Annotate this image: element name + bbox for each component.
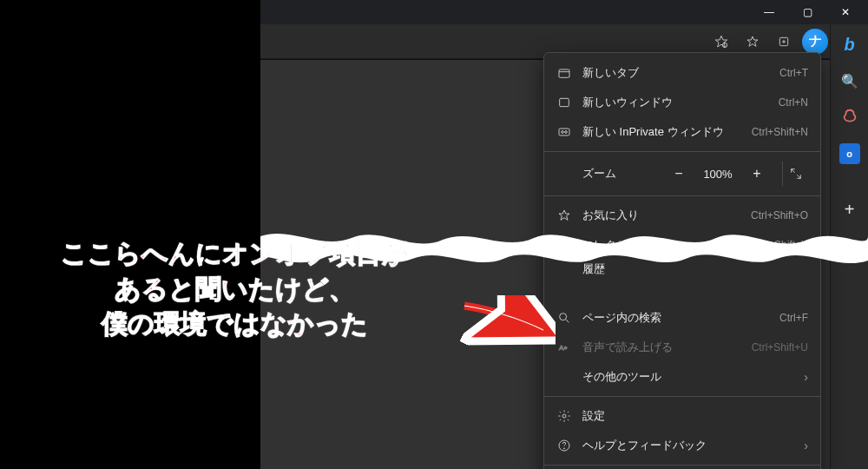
- zoom-out-button[interactable]: −: [666, 162, 692, 186]
- menu-label: コレクション: [582, 237, 741, 253]
- svg-point-11: [565, 131, 568, 134]
- menu-zoom-row: ズーム − 100% +: [544, 156, 820, 191]
- menu-label: 新しいタブ: [582, 65, 769, 81]
- collections-menu-icon: [556, 238, 572, 252]
- edge-browser-window: — ▢ ✕ ナ ··· b 🔍 o: [260, 0, 868, 469]
- svg-line-13: [797, 175, 800, 178]
- menu-shortcut: Ctrl+Shift+O: [751, 209, 808, 221]
- zoom-in-button[interactable]: +: [744, 162, 770, 186]
- menu-item-favorites[interactable]: お気に入り Ctrl+Shift+O: [544, 201, 820, 230]
- svg-rect-6: [559, 69, 569, 77]
- fullscreen-button[interactable]: [782, 162, 808, 186]
- menu-shortcut: Ctrl+Shift+U: [752, 341, 808, 353]
- svg-point-23: [563, 448, 564, 449]
- zoom-value: 100%: [699, 168, 737, 181]
- svg-point-21: [562, 414, 566, 418]
- menu-shortcut: Ctrl+Shift+Y: [752, 239, 808, 251]
- menu-label: その他のツール: [582, 369, 793, 385]
- svg-text:A»: A»: [559, 344, 568, 352]
- svg-point-10: [562, 131, 564, 134]
- menu-label: ページ内の検索: [582, 310, 769, 326]
- menu-label: お気に入り: [582, 208, 740, 223]
- close-window-button[interactable]: ✕: [828, 0, 863, 24]
- menu-separator: [544, 195, 820, 196]
- window-controls: — ▢ ✕: [260, 0, 868, 24]
- menu-item-settings[interactable]: 設定: [544, 401, 820, 431]
- copilot-sidebar-icon[interactable]: [835, 102, 865, 132]
- menu-label: 新しい InPrivate ウィンドウ: [582, 124, 741, 140]
- svg-point-18: [560, 314, 567, 320]
- menu-label: 音声で読み上げる: [582, 340, 741, 355]
- menu-label: ヘルプとフィードバック: [582, 438, 793, 453]
- annotation-text: ここらへんにオンオフ項目が あると聞いたけど、 僕の環境ではなかった: [0, 236, 469, 342]
- menu-shortcut: Ctrl+N: [779, 96, 808, 109]
- new-tab-icon: [556, 66, 572, 80]
- menu-item-read-aloud: A» 音声で読み上げる Ctrl+Shift+U: [544, 333, 820, 362]
- help-icon: [556, 439, 572, 452]
- menu-shortcut: Ctrl+T: [779, 67, 808, 79]
- chevron-right-icon: ›: [804, 439, 808, 452]
- svg-rect-9: [559, 129, 569, 135]
- menu-separator: [544, 396, 820, 397]
- menu-label: 設定: [582, 408, 808, 424]
- menu-separator: [544, 465, 820, 466]
- edge-sidebar: b 🔍 o +: [830, 24, 868, 469]
- menu-shortcut: Ctrl+F: [779, 312, 808, 324]
- gear-icon: [556, 409, 572, 423]
- menu-shortcut: Ctrl+Shift+N: [752, 126, 808, 138]
- minimize-button[interactable]: —: [752, 0, 786, 24]
- menu-item-collections[interactable]: コレクション Ctrl+Shift+Y: [544, 230, 820, 260]
- svg-marker-14: [559, 210, 569, 220]
- outlook-sidebar-icon[interactable]: o: [835, 139, 865, 168]
- menu-item-help[interactable]: ヘルプとフィードバック ›: [544, 431, 820, 460]
- search-sidebar-icon[interactable]: 🔍: [835, 66, 865, 96]
- bing-icon[interactable]: b: [835, 30, 865, 59]
- menu-item-new-window[interactable]: 新しいウィンドウ Ctrl+N: [544, 88, 820, 117]
- ripped-gap: [544, 281, 820, 303]
- favorites-icon: [556, 208, 572, 222]
- menu-separator: [544, 151, 820, 152]
- read-aloud-icon: A»: [556, 340, 572, 354]
- menu-item-new-tab[interactable]: 新しいタブ Ctrl+T: [544, 58, 820, 88]
- new-window-icon: [556, 96, 572, 109]
- settings-and-more-menu: 新しいタブ Ctrl+T 新しいウィンドウ Ctrl+N 新しい InPriva…: [543, 52, 821, 469]
- svg-marker-2: [747, 36, 758, 46]
- chevron-right-icon: ›: [804, 370, 808, 384]
- maximize-button[interactable]: ▢: [790, 0, 825, 24]
- svg-line-19: [566, 320, 569, 322]
- svg-rect-8: [560, 98, 569, 106]
- svg-marker-0: [715, 36, 727, 47]
- menu-item-history[interactable]: 履歴: [544, 260, 820, 281]
- inprivate-icon: [556, 125, 572, 139]
- menu-item-new-inprivate[interactable]: 新しい InPrivate ウィンドウ Ctrl+Shift+N: [544, 117, 820, 147]
- zoom-label: ズーム: [556, 166, 659, 182]
- discover-icon: ナ: [802, 29, 828, 55]
- find-icon: [556, 311, 572, 325]
- menu-item-more-tools[interactable]: その他のツール ›: [544, 362, 820, 392]
- menu-label: 新しいウィンドウ: [582, 95, 768, 110]
- menu-label: 履歴: [582, 261, 808, 277]
- add-sidebar-icon[interactable]: +: [835, 195, 865, 224]
- svg-line-12: [791, 169, 794, 173]
- menu-item-find[interactable]: ページ内の検索 Ctrl+F: [544, 303, 820, 333]
